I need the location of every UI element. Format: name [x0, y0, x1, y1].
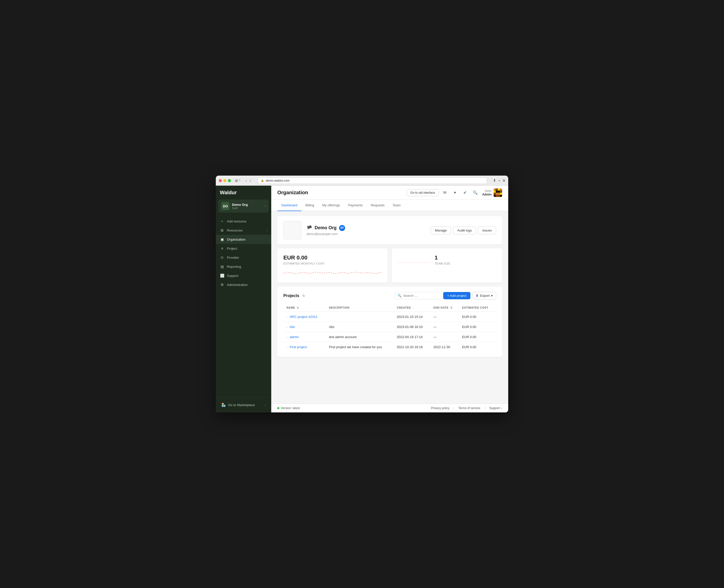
- download-icon: ⬇: [476, 294, 479, 297]
- tab-requests[interactable]: Requests: [367, 200, 389, 211]
- sidebar-item-organization[interactable]: ▣ Organization: [216, 235, 271, 244]
- svg-rect-5: [496, 190, 498, 193]
- audit-logs-btn[interactable]: Audit logs: [453, 227, 476, 234]
- org-name: Demo Org: [232, 203, 262, 207]
- sort-icon: ⇅: [297, 306, 299, 309]
- topbar-actions: Go to old interface ✉ ✦ ✔ 🔍: [407, 188, 502, 197]
- project-description: First project we have created for you: [326, 342, 394, 352]
- sidebar-item-project[interactable]: ≡ Project: [216, 244, 271, 253]
- refresh-btn[interactable]: ↻: [302, 294, 305, 298]
- page-title: Organization: [277, 190, 308, 195]
- tab-my-offerings[interactable]: My offerings: [318, 200, 344, 211]
- svg-rect-8: [494, 193, 496, 195]
- svg-rect-14: [498, 195, 500, 197]
- projects-table: NAME ⇅ DESCRIPTION CREATED ↓: [283, 303, 496, 352]
- old-interface-btn[interactable]: Go to old interface: [407, 189, 439, 196]
- version-status-icon: [277, 407, 279, 409]
- sidebar-item-administration[interactable]: ⚙ Administration: [216, 280, 271, 289]
- messages-btn[interactable]: ✉: [441, 189, 449, 197]
- tab-team[interactable]: Team: [389, 200, 405, 211]
- sidebar-toggle[interactable]: ⊞ ▾: [235, 178, 241, 183]
- tab-billing[interactable]: Billing: [302, 200, 318, 211]
- sidebar-item-label: Provider: [227, 256, 239, 259]
- table-row: › admin test admin account 2022-04-19 17…: [283, 332, 496, 342]
- col-name[interactable]: NAME ⇅: [283, 303, 326, 312]
- project-name-link[interactable]: First project: [290, 345, 307, 349]
- forward-btn[interactable]: ›: [249, 178, 252, 183]
- svg-rect-10: [498, 193, 500, 195]
- version-text: Version: latest: [281, 406, 300, 410]
- svg-rect-15: [500, 195, 502, 197]
- sidebar-item-label: Administration: [227, 283, 247, 287]
- goto-marketplace-btn[interactable]: 🏪 Go to Marketplace ›: [218, 400, 269, 410]
- row-expand-icon[interactable]: ›: [286, 326, 287, 329]
- col-created[interactable]: CREATED ↓: [394, 303, 430, 312]
- export-btn[interactable]: ⬇ Export ▾: [472, 292, 496, 299]
- search-btn[interactable]: 🔍: [471, 189, 479, 197]
- sidebar-item-add-resource[interactable]: + Add resource: [216, 217, 271, 226]
- sort-icon: ↓: [413, 306, 414, 309]
- row-expand-icon[interactable]: ›: [286, 345, 287, 349]
- search-input[interactable]: [403, 294, 438, 297]
- terms-of-service-link[interactable]: Terms of service: [458, 406, 480, 410]
- org-email: demo@example.com: [306, 232, 425, 236]
- tab-dashboard[interactable]: Dashboard: [277, 200, 302, 211]
- row-expand-icon[interactable]: ›: [286, 315, 287, 318]
- table-row: › HPC project #2321 2023-01-10 15:14 — E…: [283, 312, 496, 322]
- sidebar-item-label: Resources: [227, 229, 242, 232]
- svg-rect-4: [494, 190, 496, 193]
- project-name-link[interactable]: admin: [290, 335, 299, 339]
- project-end-date: 2022-11-30: [430, 342, 459, 352]
- maximize-window-btn[interactable]: [228, 179, 231, 182]
- app-window: ⊞ ▾ ‹ › 🔒 demo.waldur.com ⬆ ＋ ⧉ Waldur D…: [216, 175, 508, 413]
- support-link[interactable]: Support ›: [489, 406, 502, 410]
- sidebar-item-resources[interactable]: ⊞ Resources ›: [216, 226, 271, 235]
- sidebar-org-item[interactable]: DO Demo Org Staff ›: [218, 200, 269, 213]
- sidebar-item-support[interactable]: ⬜ Support: [216, 271, 271, 280]
- project-end-date: —: [430, 332, 459, 342]
- share-icon[interactable]: ⬆: [493, 178, 496, 183]
- project-name-link[interactable]: Abc: [290, 325, 295, 329]
- sidebar: Waldur DO Demo Org Staff › + Add resourc…: [216, 186, 271, 413]
- back-btn[interactable]: ‹: [244, 178, 248, 183]
- org-details: 🏴 Demo Org SP demo@example.com: [306, 225, 425, 236]
- tasks-btn[interactable]: ✔: [461, 189, 469, 197]
- projects-card: Projects ↻ 🔍 + Add project ⬇ Export: [277, 287, 502, 357]
- sidebar-item-label: Support: [227, 274, 239, 278]
- svg-rect-1: [496, 188, 498, 191]
- org-logo: [283, 221, 302, 239]
- sidebar-item-reporting[interactable]: ▤ Reporting: [216, 262, 271, 271]
- project-name-link[interactable]: HPC project #2321: [290, 315, 317, 319]
- row-expand-icon[interactable]: ›: [286, 336, 287, 339]
- user-name: Admin: [482, 193, 491, 196]
- administration-icon: ⚙: [220, 283, 224, 287]
- new-tab-icon[interactable]: ＋: [498, 178, 501, 183]
- url-text: demo.waldur.com: [266, 179, 289, 183]
- table-row: › First project First project we have cr…: [283, 342, 496, 352]
- nav-buttons: ‹ ›: [244, 178, 252, 183]
- tab-payments[interactable]: Payments: [344, 200, 367, 211]
- sidebar-footer: 🏪 Go to Marketplace ›: [216, 397, 271, 413]
- team-stat-card: 1 TEAM SIZE: [392, 248, 502, 283]
- search-icon: 🔍: [472, 190, 478, 195]
- project-cost: EUR 0.00: [459, 322, 496, 332]
- marketplace-icon: 🏪: [221, 403, 226, 407]
- share-btn[interactable]: ✦: [451, 189, 459, 197]
- tabs-icon[interactable]: ⧉: [503, 178, 505, 183]
- org-flag-icon: 🏴: [306, 225, 312, 231]
- close-window-btn[interactable]: [219, 179, 222, 182]
- add-project-btn[interactable]: + Add project: [443, 292, 470, 299]
- url-bar[interactable]: 🔒 demo.waldur.com: [258, 177, 487, 184]
- col-description: DESCRIPTION: [326, 303, 394, 312]
- col-end-date[interactable]: END DATE ⇅: [430, 303, 459, 312]
- privacy-policy-link[interactable]: Privacy policy: [431, 406, 449, 410]
- minimize-window-btn[interactable]: [223, 179, 226, 182]
- chevron-down-icon: ▾: [491, 294, 493, 297]
- manage-btn[interactable]: Manage: [430, 227, 451, 234]
- avatar[interactable]: [494, 188, 502, 197]
- sidebar-logo: Waldur: [216, 186, 271, 198]
- sidebar-item-provider[interactable]: ⊙ Provider: [216, 253, 271, 262]
- issues-btn[interactable]: Issues: [478, 227, 496, 234]
- provider-icon: ⊙: [220, 255, 224, 259]
- team-label: TEAM SIZE: [435, 262, 450, 265]
